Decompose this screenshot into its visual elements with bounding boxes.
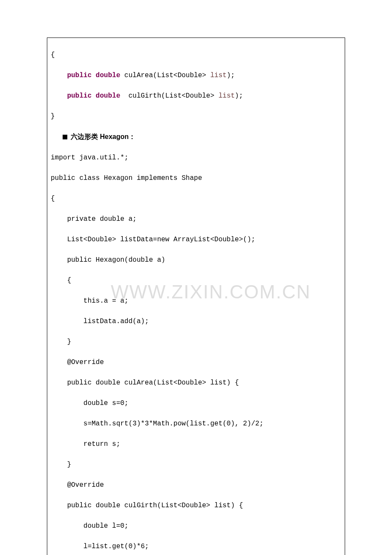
code-line: public class Hexagon implements Shape	[51, 173, 341, 183]
text: culArea(List<Double>	[120, 72, 210, 79]
keyword: public double	[67, 72, 120, 79]
text: s=Math.sqrt(3)*3*Math.pow(list.get(0), 2…	[51, 420, 263, 428]
text: @Override	[51, 358, 104, 366]
text: public Hexagon(double a)	[51, 256, 165, 264]
code-line: s=Math.sqrt(3)*3*Math.pow(list.get(0), 2…	[51, 419, 341, 429]
code-line: double l=0;	[51, 521, 341, 531]
page-wrap: { public double culArea(List<Double> lis…	[0, 0, 392, 555]
text	[51, 72, 67, 79]
text: }	[51, 461, 71, 468]
text: );	[227, 72, 235, 79]
text: @Override	[51, 481, 104, 489]
text: List<Double> listData=new ArrayList<Doub…	[51, 236, 255, 243]
code-line: }	[51, 337, 341, 347]
code-line: private double a;	[51, 214, 341, 224]
text	[51, 92, 67, 100]
param: list	[210, 72, 226, 79]
text: {	[51, 195, 55, 202]
text: );	[235, 92, 243, 100]
code-line: this.a = a;	[51, 296, 341, 306]
code-line: {	[51, 194, 341, 204]
param: list	[219, 92, 235, 100]
text: public double culGirth(List<Double> list…	[51, 502, 243, 509]
heading-line: 六边形类 Hexagon：	[51, 132, 341, 142]
text: {	[51, 51, 55, 59]
code-line: public Hexagon(double a)	[51, 255, 341, 265]
text: double s=0;	[51, 399, 128, 407]
text: public double culArea(List<Double> list)…	[51, 379, 239, 387]
text: }	[51, 113, 55, 120]
code-line: l=list.get(0)*6;	[51, 541, 341, 552]
code-line: {	[51, 50, 341, 60]
code-line: List<Double> listData=new ArrayList<Doub…	[51, 234, 341, 245]
text: culGirth(List<Double>	[120, 92, 218, 100]
code-line: public double culGirth(List<Double> list…	[51, 91, 341, 101]
code-line: import java.util.*;	[51, 153, 341, 163]
text: {	[51, 277, 71, 284]
code-frame: { public double culArea(List<Double> lis…	[47, 38, 345, 555]
code-line: @Override	[51, 480, 341, 490]
code-line: double s=0;	[51, 398, 341, 408]
document-page: { public double culArea(List<Double> lis…	[0, 0, 392, 555]
text: listData.add(a);	[51, 318, 149, 325]
code-line: public double culArea(List<Double> list)…	[51, 70, 341, 81]
text: l=list.get(0)*6;	[51, 543, 149, 550]
code-line: listData.add(a);	[51, 316, 341, 327]
code-line: {	[51, 275, 341, 286]
code-line: public double culGirth(List<Double> list…	[51, 500, 341, 511]
keyword: public double	[67, 92, 120, 100]
heading: 六边形类 Hexagon：	[71, 133, 135, 140]
text: this.a = a;	[51, 297, 128, 305]
text: return s;	[51, 440, 120, 448]
code-line: public double culArea(List<Double> list)…	[51, 378, 341, 388]
text: import java.util.*;	[51, 154, 128, 162]
code-line: return s;	[51, 439, 341, 449]
code-line: }	[51, 460, 341, 470]
text: double l=0;	[51, 522, 128, 530]
text: private double a;	[51, 215, 137, 223]
code-line: @Override	[51, 357, 341, 367]
code-line: }	[51, 111, 341, 121]
text: }	[51, 338, 71, 346]
text: public class Hexagon implements Shape	[51, 174, 202, 182]
bullet-icon	[63, 135, 67, 139]
